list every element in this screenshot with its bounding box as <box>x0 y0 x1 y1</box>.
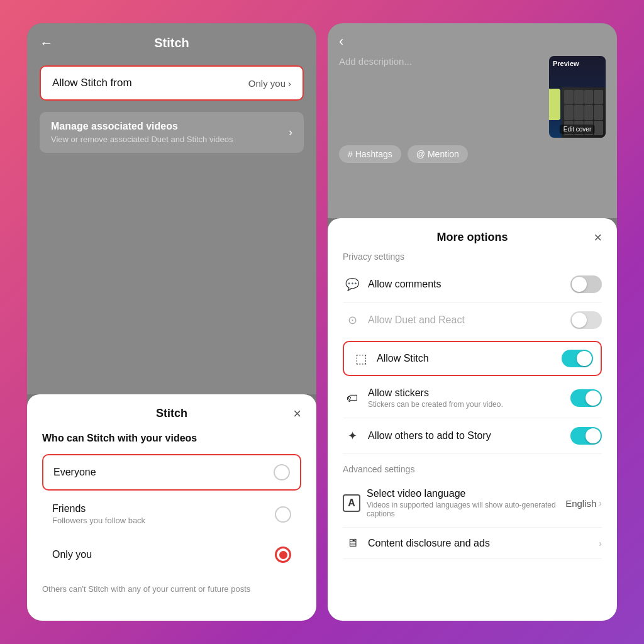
stitch-footer-text: Others can't Stitch with any of your cur… <box>42 583 301 596</box>
allow-stitch-label: Allow Stitch <box>377 353 562 364</box>
back-button[interactable]: ← <box>40 35 53 52</box>
allow-stitch-row: ⬚ Allow Stitch <box>343 341 602 376</box>
stitch-friends-radio[interactable] <box>275 506 291 523</box>
stitch-sheet-header: Stitch × <box>42 407 301 420</box>
language-value: English › <box>565 498 602 509</box>
allow-duet-label: Allow Duet and React <box>368 314 570 326</box>
mention-button[interactable]: @ Mention <box>408 145 468 163</box>
allow-comments-row: 💬 Allow comments <box>343 267 602 303</box>
allow-comments-toggle[interactable] <box>570 275 602 293</box>
manage-row-subtitle: View or remove associated Duet and Stitc… <box>51 135 233 144</box>
stitch-option-only-you[interactable]: Only you <box>42 538 301 572</box>
stitch-only-you-radio[interactable] <box>275 547 291 563</box>
allow-stitch-from-label: Allow Stitch from <box>52 77 132 89</box>
stitch-option-everyone-label: Everyone <box>53 467 96 478</box>
stitch-sheet-title: Stitch <box>156 407 187 420</box>
story-icon: ✦ <box>343 429 362 443</box>
disclosure-label: Content disclosure and ads <box>368 538 599 549</box>
stitch-option-friends-label: Friends <box>52 503 145 514</box>
more-options-title: More options <box>437 231 508 244</box>
stitch-option-only-you-label: Only you <box>52 549 92 560</box>
disclosure-text: Content disclosure and ads <box>368 538 599 549</box>
preview-label: Preview <box>553 60 579 67</box>
allow-duet-toggle[interactable] <box>570 311 602 329</box>
allow-stitch-from-value: Only you › <box>248 78 291 89</box>
right-description-row: Add description... Preview Edit cover <box>339 56 606 138</box>
allow-duet-text: Allow Duet and React <box>368 314 570 326</box>
hashtag-row: # Hashtags @ Mention <box>339 145 606 163</box>
allow-stickers-text: Allow stickers Stickers can be created f… <box>368 387 570 409</box>
stitch-everyone-radio[interactable] <box>274 464 290 480</box>
allow-stickers-row: 🏷 Allow stickers Stickers can be created… <box>343 379 602 418</box>
privacy-section-label: Privacy settings <box>343 252 602 262</box>
allow-stitch-from-row[interactable]: Allow Stitch from Only you › <box>40 65 304 101</box>
stitch-option-friends[interactable]: Friends Followers you follow back <box>42 494 301 534</box>
more-options-header: More options × <box>343 231 602 244</box>
language-label: Select video language <box>367 488 565 499</box>
language-text: Select video language Videos in supporte… <box>367 488 565 518</box>
left-top-content: ← Stitch Allow Stitch from Only you › Ma… <box>27 23 316 394</box>
allow-duet-row: ⊙ Allow Duet and React <box>343 303 602 338</box>
stitch-option-everyone[interactable]: Everyone <box>42 454 301 491</box>
stitch-option-friends-sub: Followers you follow back <box>52 516 145 525</box>
allow-stitch-toggle[interactable] <box>562 350 593 367</box>
duet-icon: ⊙ <box>343 313 362 327</box>
language-chevron-icon: › <box>599 498 602 508</box>
allow-stitch-text: Allow Stitch <box>377 353 562 364</box>
stickers-icon: 🏷 <box>343 392 362 405</box>
comments-icon: 💬 <box>343 277 362 291</box>
advanced-section-label: Advanced settings <box>343 464 602 474</box>
hashtag-button[interactable]: # Hashtags <box>339 145 401 163</box>
stitch-bottom-sheet: Stitch × Who can Stitch with your videos… <box>27 394 316 621</box>
allow-story-toggle[interactable] <box>570 427 602 445</box>
manage-associated-videos-row[interactable]: Manage associated videos View or remove … <box>40 112 304 153</box>
description-placeholder[interactable]: Add description... <box>339 56 541 67</box>
allow-stickers-sub: Stickers can be created from your video. <box>368 400 570 409</box>
manage-row-title: Manage associated videos <box>51 121 233 132</box>
allow-comments-text: Allow comments <box>368 279 570 290</box>
more-options-close-button[interactable]: × <box>594 230 602 246</box>
language-sub: Videos in supported languages will show … <box>367 501 565 518</box>
more-options-sheet: More options × Privacy settings 💬 Allow … <box>328 218 617 621</box>
allow-stitch-chevron-icon: › <box>288 78 291 89</box>
preview-thumbnail[interactable]: Preview Edit cover <box>549 56 606 138</box>
language-icon: A <box>343 494 360 512</box>
stitch-icon: ⬚ <box>352 351 370 366</box>
right-back-button[interactable]: ‹ <box>339 33 606 50</box>
left-page-title: Stitch <box>154 36 189 50</box>
allow-story-row: ✦ Allow others to add to Story <box>343 418 602 454</box>
stitch-who-label: Who can Stitch with your videos <box>42 433 301 444</box>
manage-row-content: Manage associated videos View or remove … <box>51 121 233 144</box>
allow-comments-label: Allow comments <box>368 279 570 290</box>
allow-story-text: Allow others to add to Story <box>368 430 570 441</box>
manage-chevron-icon: › <box>289 126 292 139</box>
disclosure-row[interactable]: 🖥 Content disclosure and ads › <box>343 528 602 559</box>
stitch-sheet-close-button[interactable]: × <box>293 406 301 422</box>
left-header: ← Stitch <box>40 36 304 50</box>
app-container: ← Stitch Allow Stitch from Only you › Ma… <box>0 0 644 644</box>
left-panel: ← Stitch Allow Stitch from Only you › Ma… <box>27 23 316 621</box>
allow-stickers-toggle[interactable] <box>570 389 602 407</box>
language-row[interactable]: A Select video language Videos in suppor… <box>343 479 602 528</box>
stitch-friends-content: Friends Followers you follow back <box>52 503 145 525</box>
disclosure-icon: 🖥 <box>343 536 362 550</box>
right-top-content: ‹ Add description... Preview Edit cover … <box>328 23 617 218</box>
allow-story-label: Allow others to add to Story <box>368 430 570 441</box>
allow-stickers-label: Allow stickers <box>368 387 570 399</box>
disclosure-chevron-icon: › <box>599 538 602 548</box>
edit-cover-label[interactable]: Edit cover <box>560 125 595 134</box>
yellow-bar <box>549 89 560 120</box>
right-panel: ‹ Add description... Preview Edit cover … <box>328 23 617 621</box>
